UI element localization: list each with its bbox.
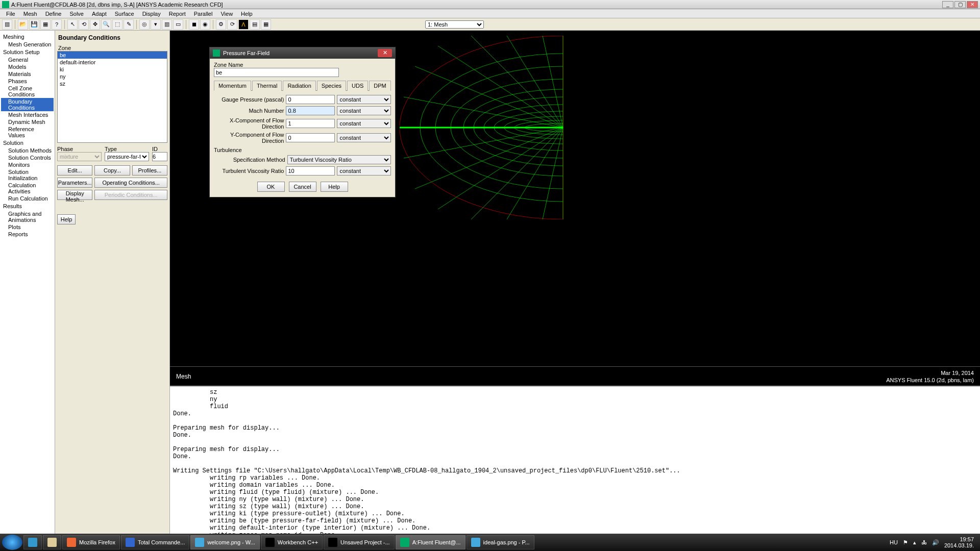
menu-report[interactable]: Report — [165, 11, 190, 17]
taskbar-firefox[interactable]: Mozilla Firefox — [62, 535, 120, 549]
phase-select[interactable]: mixture — [57, 152, 102, 161]
tree-item[interactable]: Reference Values — [1, 126, 54, 139]
tray-arrow-icon[interactable]: ▴ — [913, 539, 916, 546]
tree-item[interactable]: Solution Initialization — [1, 168, 54, 182]
toolbar-zoombox-icon[interactable]: ⬚ — [112, 19, 122, 30]
menu-display[interactable]: Display — [138, 11, 165, 17]
toolbar-btn[interactable]: ◼ — [189, 19, 199, 30]
toolbar-open-icon[interactable]: ▥ — [2, 19, 12, 30]
tree-item[interactable]: Run Calculation — [1, 195, 54, 202]
copy-button[interactable]: Copy... — [94, 165, 130, 176]
menu-view[interactable]: View — [216, 11, 237, 17]
parameters-button[interactable]: Parameters... — [57, 178, 92, 188]
ycomp-type[interactable]: constant — [337, 133, 391, 142]
tree-item[interactable]: Graphics and Animations — [1, 210, 54, 223]
ok-button[interactable]: OK — [257, 182, 285, 192]
tab-thermal[interactable]: Thermal — [252, 81, 282, 91]
ycomp-input[interactable] — [286, 133, 335, 142]
toolbar-btn[interactable]: ⟳ — [227, 19, 237, 30]
menu-define[interactable]: Define — [41, 11, 66, 17]
xcomp-input[interactable] — [286, 119, 335, 128]
taskbar-totalcmd[interactable]: Total Commande... — [121, 535, 189, 549]
taskbar-ie[interactable] — [23, 535, 42, 549]
tree-item[interactable]: Solution Controls — [1, 154, 54, 161]
toolbar-btn[interactable]: 📂 — [18, 19, 28, 30]
mach-number-type[interactable]: constant — [337, 106, 391, 115]
menu-surface[interactable]: Surface — [111, 11, 138, 17]
tree-item[interactable]: Dynamic Mesh — [1, 118, 54, 126]
toolbar-btn[interactable]: ⚙ — [216, 19, 226, 30]
menu-parallel[interactable]: Parallel — [190, 11, 217, 17]
tree-item[interactable]: Phases — [1, 78, 54, 85]
taskbar-welcome-png[interactable]: welcome.png - W... — [190, 535, 260, 549]
tree-item[interactable]: Cell Zone Conditions — [1, 85, 54, 98]
tree-item[interactable]: Mesh Interfaces — [1, 111, 54, 118]
toolbar-pointer-icon[interactable]: ↖ — [67, 19, 78, 30]
toolbar-btn[interactable]: ▦ — [261, 19, 271, 30]
tree-section-solution[interactable]: Solution — [1, 139, 54, 147]
toolbar-btn[interactable]: ▤ — [250, 19, 260, 30]
tree-item[interactable]: Reports — [1, 231, 54, 238]
toolbar-fit-icon[interactable]: ◎ — [139, 19, 150, 30]
toolbar-pan-icon[interactable]: ✥ — [90, 19, 100, 30]
profiles-button[interactable]: Profiles... — [132, 165, 167, 176]
taskbar-ideal-gas-png[interactable]: ideal-gas.png - P... — [467, 535, 534, 549]
toolbar-probe-icon[interactable]: ✎ — [124, 19, 134, 30]
zone-name-input[interactable] — [214, 68, 339, 77]
xcomp-type[interactable]: constant — [337, 119, 391, 128]
gauge-pressure-type[interactable]: constant — [337, 95, 391, 104]
mesh-selector[interactable]: 1: Mesh — [425, 20, 484, 29]
tab-momentum[interactable]: Momentum — [214, 81, 251, 91]
maximize-button[interactable]: ▢ — [954, 1, 966, 8]
zone-item[interactable]: sz — [58, 80, 167, 87]
menu-solve[interactable]: Solve — [65, 11, 88, 17]
tab-species[interactable]: Species — [317, 81, 346, 91]
tab-uds[interactable]: UDS — [347, 81, 368, 91]
toolbar-rotate-icon[interactable]: ⟲ — [79, 19, 89, 30]
dialog-close-button[interactable]: ✕ — [378, 49, 392, 57]
spec-method-select[interactable]: Turbulent Viscosity Ratio — [287, 155, 391, 164]
tray-lang[interactable]: HU — [890, 539, 898, 545]
tree-item[interactable]: Plots — [1, 223, 54, 231]
type-select[interactable]: pressure-far-field — [105, 152, 149, 161]
tree-section-meshing[interactable]: Meshing — [1, 33, 54, 41]
id-field[interactable] — [152, 152, 167, 161]
tree-item[interactable]: General — [1, 56, 54, 63]
tree-item[interactable]: Monitors — [1, 161, 54, 168]
tray-clock[interactable]: 19:57 2014.03.19. — [944, 536, 974, 548]
cancel-button[interactable]: Cancel — [289, 182, 316, 192]
display-mesh-button[interactable]: Display Mesh... — [57, 190, 92, 200]
zone-item[interactable]: ki — [58, 66, 167, 73]
zone-item[interactable]: ny — [58, 73, 167, 80]
tvr-input[interactable] — [286, 166, 335, 176]
tray-volume-icon[interactable]: 🔊 — [932, 539, 939, 546]
zone-item[interactable]: default-interior — [58, 59, 167, 66]
task-help-button[interactable]: Help — [57, 214, 76, 224]
system-tray[interactable]: HU ⚑ ▴ 🖧 🔊 19:57 2014.03.19. — [886, 536, 978, 548]
menu-mesh[interactable]: Mesh — [19, 11, 41, 17]
tree-item-boundary-conditions[interactable]: Boundary Conditions — [1, 98, 54, 111]
minimize-button[interactable]: _ — [942, 1, 953, 8]
tvr-type[interactable]: constant — [337, 166, 391, 176]
toolbar-btn[interactable]: ◉ — [200, 19, 210, 30]
edit-button[interactable]: Edit... — [57, 165, 92, 176]
tree-item[interactable]: Solution Methods — [1, 147, 54, 154]
tab-dpm[interactable]: DPM — [369, 81, 390, 91]
tray-network-icon[interactable]: 🖧 — [921, 539, 927, 545]
console-output[interactable]: sz ny fluid Done. Preparing mesh for dis… — [170, 386, 980, 534]
toolbar-btn[interactable]: ▾ — [151, 19, 161, 30]
menu-help[interactable]: Help — [237, 11, 257, 17]
dialog-help-button[interactable]: Help — [321, 182, 348, 192]
menu-adapt[interactable]: Adapt — [88, 11, 111, 17]
dialog-titlebar[interactable]: Pressure Far-Field ✕ — [210, 47, 395, 59]
taskbar-explorer[interactable] — [43, 535, 61, 549]
menu-file[interactable]: File — [2, 11, 19, 17]
taskbar-fluent[interactable]: A:Fluent Fluent@... — [396, 535, 465, 549]
toolbar-zoom-icon[interactable]: 🔍 — [101, 19, 111, 30]
toolbar-ansys-icon[interactable]: Λ — [238, 19, 249, 30]
tray-flag-icon[interactable]: ⚑ — [903, 539, 908, 546]
tree-item[interactable]: Mesh Generation — [1, 41, 54, 48]
zone-listbox[interactable]: be default-interior ki ny sz — [57, 51, 167, 143]
toolbar-save-icon[interactable]: 💾 — [29, 19, 39, 30]
tree-item[interactable]: Materials — [1, 70, 54, 78]
